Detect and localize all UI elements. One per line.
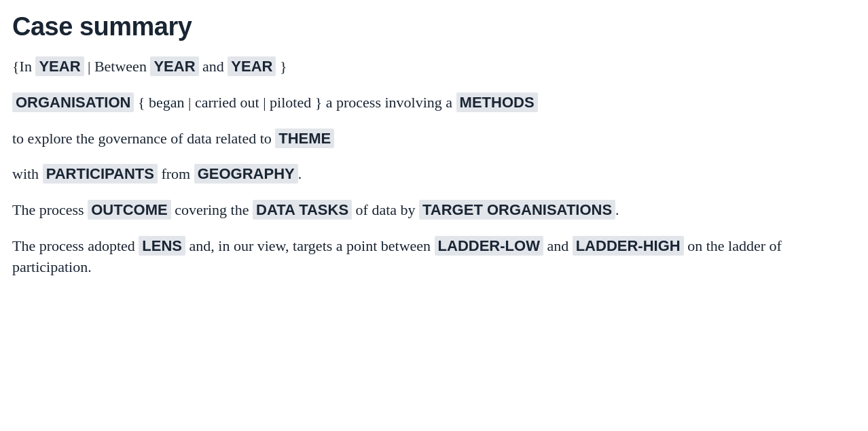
tag-geography: GEOGRAPHY (194, 164, 298, 184)
text-segment: | Between (84, 58, 151, 75)
summary-line-line6: The process adopted LENS and, in our vie… (12, 236, 854, 278)
text-segment: } (276, 58, 287, 75)
tag-data-tasks: DATA TASKS (253, 200, 352, 220)
text-segment: and, in our view, targets a point betwee… (185, 237, 435, 254)
case-summary-content: {In YEAR | Between YEAR and YEAR }ORGANI… (12, 56, 854, 278)
text-segment: . (615, 201, 619, 218)
tag-methods: METHODS (456, 92, 538, 112)
tag-outcome: OUTCOME (88, 200, 170, 220)
text-segment: {In (12, 58, 35, 75)
text-segment: with (12, 165, 43, 182)
text-segment: The process (12, 201, 88, 218)
text-segment: and (199, 58, 228, 75)
tag-year: YEAR (228, 56, 276, 76)
summary-line-line1: {In YEAR | Between YEAR and YEAR } (12, 56, 854, 77)
text-segment: . (298, 165, 302, 182)
summary-line-line3: to explore the governance of data relate… (12, 128, 854, 150)
tag-participants: PARTICIPANTS (43, 164, 158, 184)
tag-organisation: ORGANISATION (12, 92, 134, 112)
text-segment: to explore the governance of data relate… (12, 130, 275, 147)
summary-line-line2: ORGANISATION { began | carried out | pil… (12, 92, 854, 114)
text-segment: covering the (171, 201, 253, 218)
text-segment: { began | carried out | piloted } a proc… (134, 94, 456, 111)
tag-theme: THEME (275, 128, 334, 148)
summary-line-line4: with PARTICIPANTS from GEOGRAPHY. (12, 164, 854, 185)
tag-ladder-high: LADDER-HIGH (573, 236, 684, 256)
tag-year: YEAR (150, 56, 198, 76)
summary-line-line5: The process OUTCOME covering the DATA TA… (12, 200, 854, 221)
page-title: Case summary (12, 12, 854, 41)
text-segment: The process adopted (12, 237, 139, 254)
tag-ladder-low: LADDER-LOW (435, 236, 543, 256)
tag-year: YEAR (35, 56, 84, 76)
tag-target-organisations: TARGET ORGANISATIONS (419, 200, 615, 220)
text-segment: from (158, 165, 194, 182)
text-segment: of data by (352, 201, 419, 218)
tag-lens: LENS (139, 236, 185, 256)
text-segment: and (543, 237, 573, 254)
